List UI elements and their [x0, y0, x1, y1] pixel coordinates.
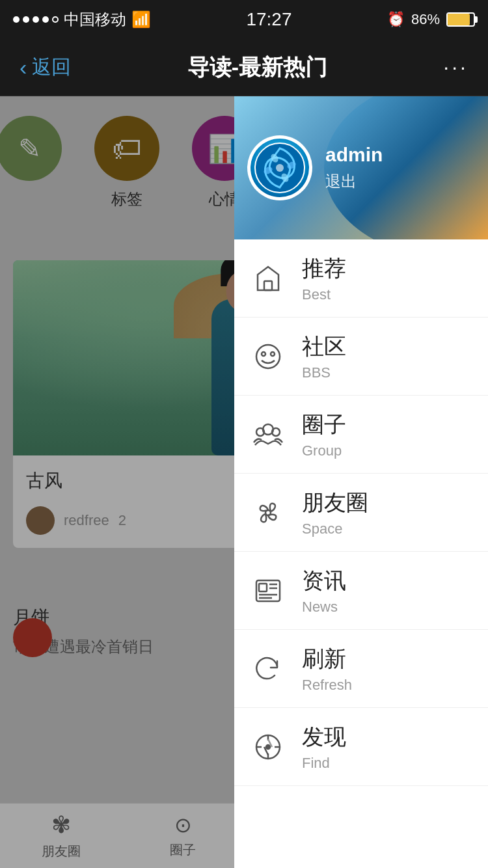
menu-item-title-space: 朋友圈: [302, 488, 368, 518]
menu-item-text-news: 资讯 News: [302, 566, 346, 616]
menu-item-discover[interactable]: 发现 Find: [234, 708, 488, 786]
discover-icon: [250, 729, 286, 765]
back-label: 返回: [32, 54, 71, 81]
menu-item-refresh[interactable]: 刷新 Refresh: [234, 630, 488, 708]
menu-item-subtitle-refresh: Refresh: [302, 677, 352, 694]
avatar-logo: [254, 142, 306, 194]
signal-dot-4: [42, 16, 49, 23]
menu-items-list: 推荐 Best 社区 BBS: [234, 239, 488, 868]
menu-item-text-discover: 发现 Find: [302, 722, 346, 772]
menu-user-info: admin 退出: [247, 135, 383, 200]
wifi-icon: 📶: [131, 10, 151, 29]
svg-point-1: [276, 164, 284, 172]
menu-item-subtitle-recommend: Best: [302, 286, 346, 303]
menu-user-text: admin 退出: [325, 144, 383, 192]
menu-item-community[interactable]: 社区 BBS: [234, 318, 488, 396]
menu-item-text-community: 社区 BBS: [302, 332, 346, 381]
menu-avatar: [247, 135, 312, 200]
signal-dot-1: [13, 16, 20, 23]
signal-dot-5: [52, 16, 59, 23]
menu-item-text-recommend: 推荐 Best: [302, 254, 346, 303]
signal-dot-3: [33, 16, 39, 23]
menu-item-title-community: 社区: [302, 332, 346, 362]
refresh-icon: [250, 651, 286, 687]
battery-icon: [446, 12, 475, 27]
menu-item-news[interactable]: 资讯 News: [234, 552, 488, 630]
menu-item-group[interactable]: 圈子 Group: [234, 396, 488, 474]
menu-header: admin 退出: [234, 96, 488, 239]
menu-item-text-refresh: 刷新 Refresh: [302, 644, 352, 694]
svg-rect-6: [264, 281, 272, 290]
carrier-label: 中国移动: [64, 9, 126, 30]
menu-item-text-group: 圈子 Group: [302, 410, 346, 459]
back-button[interactable]: ‹ 返回: [20, 54, 71, 81]
menu-overlay[interactable]: [0, 96, 234, 868]
alarm-icon: ⏰: [387, 11, 405, 28]
clock: 17:27: [246, 9, 291, 30]
menu-avatar-inner: [251, 139, 309, 197]
svg-point-7: [256, 345, 280, 368]
recommend-icon: [250, 260, 286, 297]
signal-dots: [13, 16, 59, 23]
page-title: 导读-最新热门: [187, 53, 327, 83]
battery-fill: [448, 14, 470, 25]
battery-percent: 86%: [411, 11, 440, 28]
status-bar: 中国移动 📶 17:27 ⏰ 86%: [0, 0, 488, 39]
menu-item-title-news: 资讯: [302, 566, 346, 596]
menu-item-subtitle-news: News: [302, 599, 346, 616]
menu-item-subtitle-discover: Find: [302, 755, 346, 772]
space-icon: [250, 495, 286, 531]
menu-item-title-recommend: 推荐: [302, 254, 346, 284]
slide-menu: admin 退出 推荐 Best: [234, 96, 488, 868]
back-arrow-icon: ‹: [20, 55, 27, 80]
more-button[interactable]: ···: [443, 55, 468, 79]
menu-item-subtitle-group: Group: [302, 442, 346, 459]
menu-item-title-group: 圈子: [302, 410, 346, 440]
menu-item-subtitle-community: BBS: [302, 364, 346, 381]
nav-bar: ‹ 返回 导读-最新热门 ···: [0, 39, 488, 96]
menu-item-subtitle-space: Space: [302, 521, 368, 537]
menu-item-text-space: 朋友圈 Space: [302, 488, 368, 537]
group-icon: [250, 416, 286, 453]
signal-dot-2: [23, 16, 29, 23]
menu-item-recommend[interactable]: 推荐 Best: [234, 239, 488, 318]
svg-point-9: [271, 352, 275, 356]
menu-username: admin: [325, 144, 383, 166]
menu-item-title-refresh: 刷新: [302, 644, 352, 674]
menu-logout-button[interactable]: 退出: [325, 171, 383, 192]
svg-point-21: [266, 745, 270, 749]
community-icon: [250, 338, 286, 375]
svg-point-8: [262, 352, 265, 356]
news-icon: [250, 573, 286, 609]
menu-item-space[interactable]: 朋友圈 Space: [234, 474, 488, 552]
status-right: ⏰ 86%: [387, 11, 475, 28]
main-content: ✎ 🏷 标签 📊 心情 ···: [0, 96, 488, 868]
svg-rect-15: [259, 584, 267, 591]
menu-item-title-discover: 发现: [302, 722, 346, 752]
status-left: 中国移动 📶: [13, 9, 151, 30]
